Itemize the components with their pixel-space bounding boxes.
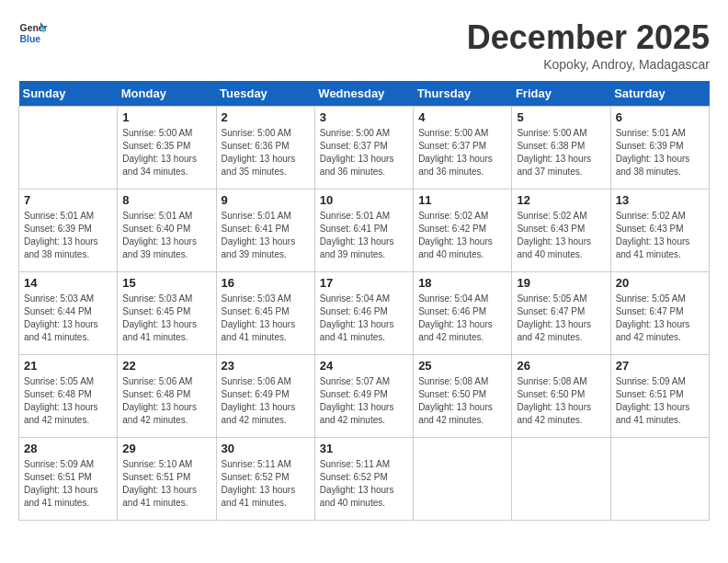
- calendar-cell: 2Sunrise: 5:00 AMSunset: 6:36 PMDaylight…: [216, 107, 314, 190]
- calendar-cell: 12Sunrise: 5:02 AMSunset: 6:43 PMDayligh…: [512, 190, 610, 272]
- title-area: December 2025 Kopoky, Androy, Madagascar: [467, 18, 710, 72]
- calendar-cell: 14Sunrise: 5:03 AMSunset: 6:44 PMDayligh…: [19, 272, 118, 355]
- day-detail: Sunrise: 5:00 AMSunset: 6:37 PMDaylight:…: [320, 127, 408, 178]
- day-number: 8: [122, 193, 210, 207]
- day-number: 10: [320, 193, 408, 207]
- day-number: 5: [517, 110, 605, 124]
- calendar-cell: [414, 438, 512, 521]
- day-detail: Sunrise: 5:02 AMSunset: 6:43 PMDaylight:…: [517, 210, 605, 261]
- day-number: 30: [222, 442, 310, 455]
- calendar-cell: 18Sunrise: 5:04 AMSunset: 6:46 PMDayligh…: [414, 272, 512, 355]
- day-number: 27: [616, 359, 704, 373]
- calendar-cell: 29Sunrise: 5:10 AMSunset: 6:51 PMDayligh…: [118, 438, 216, 521]
- day-detail: Sunrise: 5:01 AMSunset: 6:40 PMDaylight:…: [122, 210, 210, 261]
- week-row-5: 28Sunrise: 5:09 AMSunset: 6:51 PMDayligh…: [19, 438, 710, 521]
- header-day-sunday: Sunday: [19, 81, 118, 107]
- day-detail: Sunrise: 5:01 AMSunset: 6:41 PMDaylight:…: [222, 210, 310, 261]
- calendar-cell: 9Sunrise: 5:01 AMSunset: 6:41 PMDaylight…: [216, 190, 314, 272]
- day-detail: Sunrise: 5:09 AMSunset: 6:51 PMDaylight:…: [616, 375, 704, 427]
- header-row: SundayMondayTuesdayWednesdayThursdayFrid…: [19, 81, 710, 107]
- day-detail: Sunrise: 5:01 AMSunset: 6:39 PMDaylight:…: [616, 127, 704, 178]
- header-day-tuesday: Tuesday: [216, 81, 314, 107]
- day-number: 4: [418, 110, 506, 124]
- day-detail: Sunrise: 5:10 AMSunset: 6:51 PMDaylight:…: [122, 458, 210, 510]
- calendar-cell: 8Sunrise: 5:01 AMSunset: 6:40 PMDaylight…: [118, 190, 216, 272]
- day-detail: Sunrise: 5:04 AMSunset: 6:46 PMDaylight:…: [320, 293, 408, 344]
- day-detail: Sunrise: 5:02 AMSunset: 6:42 PMDaylight:…: [418, 210, 506, 261]
- day-number: 26: [517, 359, 605, 373]
- calendar-cell: 21Sunrise: 5:05 AMSunset: 6:48 PMDayligh…: [19, 355, 118, 438]
- svg-text:Blue: Blue: [20, 34, 41, 44]
- calendar-cell: 26Sunrise: 5:08 AMSunset: 6:50 PMDayligh…: [512, 355, 610, 438]
- day-detail: Sunrise: 5:04 AMSunset: 6:46 PMDaylight:…: [418, 293, 506, 344]
- day-detail: Sunrise: 5:03 AMSunset: 6:45 PMDaylight:…: [222, 293, 310, 344]
- day-number: 18: [418, 276, 506, 290]
- calendar-cell: 25Sunrise: 5:08 AMSunset: 6:50 PMDayligh…: [414, 355, 512, 438]
- calendar-cell: [19, 107, 118, 190]
- calendar-cell: 22Sunrise: 5:06 AMSunset: 6:48 PMDayligh…: [118, 355, 216, 438]
- day-number: 12: [517, 193, 605, 207]
- day-detail: Sunrise: 5:01 AMSunset: 6:41 PMDaylight:…: [320, 210, 408, 261]
- day-detail: Sunrise: 5:11 AMSunset: 6:52 PMDaylight:…: [320, 458, 408, 510]
- location: Kopoky, Androy, Madagascar: [467, 57, 710, 72]
- day-detail: Sunrise: 5:09 AMSunset: 6:51 PMDaylight:…: [24, 458, 112, 510]
- day-number: 7: [24, 193, 112, 207]
- calendar-cell: [512, 438, 610, 521]
- logo-icon: General Blue: [18, 18, 48, 48]
- calendar-cell: 7Sunrise: 5:01 AMSunset: 6:39 PMDaylight…: [19, 190, 118, 272]
- header-day-monday: Monday: [118, 81, 216, 107]
- calendar-cell: 30Sunrise: 5:11 AMSunset: 6:52 PMDayligh…: [216, 438, 314, 521]
- day-number: 13: [616, 193, 704, 207]
- day-number: 6: [616, 110, 704, 124]
- day-detail: Sunrise: 5:08 AMSunset: 6:50 PMDaylight:…: [517, 375, 605, 427]
- calendar-cell: [610, 438, 709, 521]
- day-detail: Sunrise: 5:01 AMSunset: 6:39 PMDaylight:…: [24, 210, 112, 261]
- calendar-cell: 6Sunrise: 5:01 AMSunset: 6:39 PMDaylight…: [610, 107, 709, 190]
- calendar-cell: 31Sunrise: 5:11 AMSunset: 6:52 PMDayligh…: [314, 438, 413, 521]
- calendar-table: SundayMondayTuesdayWednesdayThursdayFrid…: [18, 81, 710, 521]
- header-day-thursday: Thursday: [414, 81, 512, 107]
- day-number: 1: [122, 110, 210, 124]
- day-number: 11: [418, 193, 506, 207]
- day-detail: Sunrise: 5:00 AMSunset: 6:38 PMDaylight:…: [517, 127, 605, 178]
- calendar-cell: 24Sunrise: 5:07 AMSunset: 6:49 PMDayligh…: [314, 355, 413, 438]
- calendar-cell: 17Sunrise: 5:04 AMSunset: 6:46 PMDayligh…: [314, 272, 413, 355]
- day-detail: Sunrise: 5:06 AMSunset: 6:48 PMDaylight:…: [122, 375, 210, 427]
- day-number: 23: [222, 359, 310, 373]
- day-detail: Sunrise: 5:00 AMSunset: 6:36 PMDaylight:…: [222, 127, 310, 178]
- day-detail: Sunrise: 5:05 AMSunset: 6:47 PMDaylight:…: [616, 293, 704, 344]
- calendar-cell: 3Sunrise: 5:00 AMSunset: 6:37 PMDaylight…: [314, 107, 413, 190]
- day-number: 17: [320, 276, 408, 290]
- day-detail: Sunrise: 5:07 AMSunset: 6:49 PMDaylight:…: [320, 375, 408, 427]
- month-title: December 2025: [467, 18, 710, 57]
- day-detail: Sunrise: 5:05 AMSunset: 6:47 PMDaylight:…: [517, 293, 605, 344]
- calendar-cell: 19Sunrise: 5:05 AMSunset: 6:47 PMDayligh…: [512, 272, 610, 355]
- day-number: 21: [24, 359, 112, 373]
- day-number: 24: [320, 359, 408, 373]
- calendar-cell: 4Sunrise: 5:00 AMSunset: 6:37 PMDaylight…: [414, 107, 512, 190]
- calendar-cell: 10Sunrise: 5:01 AMSunset: 6:41 PMDayligh…: [314, 190, 413, 272]
- calendar-cell: 27Sunrise: 5:09 AMSunset: 6:51 PMDayligh…: [610, 355, 709, 438]
- header-day-saturday: Saturday: [610, 81, 709, 107]
- day-detail: Sunrise: 5:06 AMSunset: 6:49 PMDaylight:…: [222, 375, 310, 427]
- day-detail: Sunrise: 5:00 AMSunset: 6:35 PMDaylight:…: [122, 127, 210, 178]
- calendar-cell: 11Sunrise: 5:02 AMSunset: 6:42 PMDayligh…: [414, 190, 512, 272]
- day-number: 22: [122, 359, 210, 373]
- day-number: 20: [616, 276, 704, 290]
- calendar-cell: 20Sunrise: 5:05 AMSunset: 6:47 PMDayligh…: [610, 272, 709, 355]
- week-row-3: 14Sunrise: 5:03 AMSunset: 6:44 PMDayligh…: [19, 272, 710, 355]
- calendar-cell: 5Sunrise: 5:00 AMSunset: 6:38 PMDaylight…: [512, 107, 610, 190]
- day-detail: Sunrise: 5:03 AMSunset: 6:45 PMDaylight:…: [122, 293, 210, 344]
- week-row-2: 7Sunrise: 5:01 AMSunset: 6:39 PMDaylight…: [19, 190, 710, 272]
- day-number: 28: [24, 442, 112, 455]
- day-number: 2: [222, 110, 310, 124]
- header-day-friday: Friday: [512, 81, 610, 107]
- day-number: 9: [222, 193, 310, 207]
- day-number: 19: [517, 276, 605, 290]
- calendar-cell: 1Sunrise: 5:00 AMSunset: 6:35 PMDaylight…: [118, 107, 216, 190]
- calendar-cell: 13Sunrise: 5:02 AMSunset: 6:43 PMDayligh…: [610, 190, 709, 272]
- day-detail: Sunrise: 5:03 AMSunset: 6:44 PMDaylight:…: [24, 293, 112, 344]
- header: General Blue December 2025 Kopoky, Andro…: [18, 18, 710, 72]
- day-detail: Sunrise: 5:08 AMSunset: 6:50 PMDaylight:…: [418, 375, 506, 427]
- calendar-cell: 23Sunrise: 5:06 AMSunset: 6:49 PMDayligh…: [216, 355, 314, 438]
